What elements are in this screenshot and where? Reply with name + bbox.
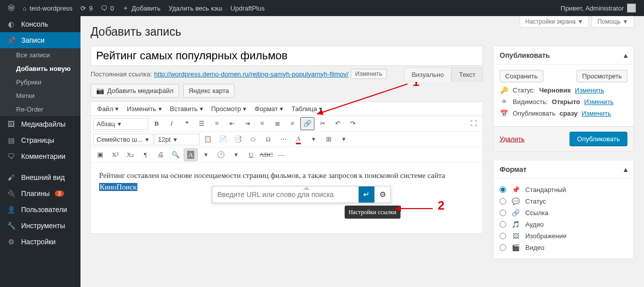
- sidebar-item-console[interactable]: ◐Консоль: [0, 16, 80, 32]
- comments[interactable]: 🗨0: [97, 0, 118, 16]
- text-color-button[interactable]: A: [291, 133, 305, 146]
- format-radio[interactable]: [500, 186, 506, 193]
- code-button[interactable]: ▣: [93, 148, 107, 161]
- bold-button[interactable]: B: [149, 117, 164, 130]
- more-button[interactable]: ⋯: [276, 133, 290, 146]
- screen-options-tab[interactable]: Настройки экрана ▼: [520, 16, 589, 28]
- blockquote-button[interactable]: ❝: [180, 117, 194, 130]
- table-dropdown[interactable]: ▾: [337, 133, 351, 146]
- format-audio[interactable]: 🎵Аудио: [500, 219, 627, 230]
- edit-visibility-link[interactable]: Изменить: [584, 98, 614, 106]
- special-char-button[interactable]: Ω: [261, 133, 275, 146]
- menu-edit[interactable]: Изменить▾: [123, 103, 166, 115]
- link-apply-button[interactable]: ↵: [358, 186, 374, 203]
- yandex-map-button[interactable]: Яндекс карта: [183, 84, 235, 98]
- wp-logo[interactable]: ⓦ: [4, 0, 19, 16]
- format-standard[interactable]: 📌Стандартный: [500, 184, 627, 196]
- sub-tags[interactable]: Метки: [0, 89, 80, 103]
- bg-color-button[interactable]: ▾: [306, 133, 320, 146]
- number-list-button[interactable]: ≡: [210, 117, 224, 130]
- updates[interactable]: ⟳9: [76, 0, 97, 16]
- paste-text-button[interactable]: 📄: [216, 133, 230, 146]
- format-image[interactable]: 🖼Изображение: [500, 230, 627, 242]
- add-media-button[interactable]: 📷Добавить медиафайл: [91, 84, 179, 98]
- sidebar-item-comments[interactable]: 🗨Комментарии: [0, 148, 80, 164]
- sidebar-item-media[interactable]: 🖼Медиафайлы: [0, 116, 80, 132]
- menu-view[interactable]: Просмотр▾: [207, 103, 251, 115]
- help-tab[interactable]: Помощь ▼: [592, 16, 634, 28]
- subscript-button[interactable]: X₂: [123, 148, 137, 161]
- fullscreen-button[interactable]: ⛶: [466, 117, 480, 130]
- sidebar-item-posts[interactable]: 📌Записи: [0, 32, 80, 48]
- edit-schedule-link[interactable]: Изменить: [582, 110, 611, 117]
- undo-button[interactable]: ↶: [331, 117, 345, 130]
- strike-button[interactable]: ABC: [259, 148, 273, 161]
- sub-add-new[interactable]: Добавить новую: [0, 62, 80, 75]
- sidebar-item-users[interactable]: 👤Пользователи: [0, 202, 80, 218]
- format-link[interactable]: 🔗Ссылка: [500, 207, 627, 219]
- superscript-button[interactable]: X²: [108, 148, 122, 161]
- sub-reorder[interactable]: Re-Order: [0, 103, 80, 116]
- format-heading[interactable]: Формат▴: [494, 160, 633, 179]
- bullet-list-button[interactable]: ☰: [195, 117, 209, 130]
- link-settings-button[interactable]: ⚙: [374, 186, 390, 203]
- paste-button[interactable]: 📋: [201, 133, 215, 146]
- highlight-button[interactable]: A: [184, 148, 198, 161]
- sidebar-item-tools[interactable]: 🔧Инструменты: [0, 218, 80, 234]
- format-radio[interactable]: [500, 233, 506, 239]
- format-radio[interactable]: [500, 244, 506, 251]
- sidebar-item-pages[interactable]: ▤Страницы: [0, 132, 80, 148]
- hr-button[interactable]: —: [274, 148, 288, 161]
- menu-table[interactable]: Таблица▾: [287, 103, 327, 115]
- table-button[interactable]: ⊞: [321, 133, 336, 146]
- sidebar-item-appearance[interactable]: 🖌Внешний вид: [0, 169, 80, 185]
- new-content[interactable]: ＋Добавить: [118, 0, 165, 16]
- save-draft-button[interactable]: Сохранить: [500, 70, 543, 82]
- format-radio[interactable]: [500, 221, 506, 228]
- paste-word-button[interactable]: 📑: [231, 133, 245, 146]
- pilcrow-button[interactable]: ¶: [138, 148, 152, 161]
- edit-slug-button[interactable]: Изменить: [351, 69, 387, 79]
- updraft[interactable]: UpdraftPlus: [226, 0, 269, 16]
- insert-link-button[interactable]: 🔗: [300, 117, 314, 130]
- font-size-select[interactable]: 12pt▾: [154, 134, 200, 145]
- clear-cache[interactable]: Удалить весь кэш: [165, 0, 226, 16]
- unlink-button[interactable]: ✂: [315, 117, 330, 130]
- align-right-button[interactable]: ≡: [285, 117, 299, 130]
- edit-status-link[interactable]: Изменить: [575, 86, 604, 94]
- format-radio[interactable]: [500, 210, 506, 216]
- permalink-url[interactable]: http://wordpress.demo-domen.ru/rejting-s…: [154, 70, 349, 78]
- sub-categories[interactable]: Рубрики: [0, 75, 80, 89]
- underline-button[interactable]: U: [244, 148, 258, 161]
- tab-text[interactable]: Текст: [451, 67, 483, 82]
- post-title-input[interactable]: [91, 46, 483, 66]
- font-family-select[interactable]: Семейство ш...▾: [93, 134, 153, 145]
- redo-button[interactable]: ↷: [346, 117, 360, 130]
- format-status[interactable]: 💬Статус: [500, 196, 627, 207]
- block-format-select[interactable]: Абзац▾: [93, 118, 148, 130]
- format-video[interactable]: 🎬Видео: [500, 242, 627, 253]
- menu-file[interactable]: Файл▾: [93, 103, 123, 115]
- site-name[interactable]: ⌂test-wordpress: [19, 0, 76, 16]
- outdent-button[interactable]: ⇤: [225, 117, 239, 130]
- my-account[interactable]: Привет, Administrator: [556, 0, 640, 16]
- italic-button[interactable]: I: [165, 117, 179, 130]
- datetime-dropdown[interactable]: ▾: [229, 148, 243, 161]
- search-replace-button[interactable]: 🔍: [169, 148, 183, 161]
- datetime-button[interactable]: 🕐: [214, 148, 228, 161]
- print-button[interactable]: 🖨: [153, 148, 168, 161]
- tab-visual[interactable]: Визуально: [404, 67, 451, 82]
- clear-format-button[interactable]: ◇: [246, 133, 260, 146]
- sidebar-item-settings[interactable]: ⚙Настройки: [0, 234, 80, 250]
- sub-all-posts[interactable]: Все записи: [0, 48, 80, 62]
- publish-button[interactable]: Опубликовать: [570, 132, 627, 146]
- align-center-button[interactable]: ≣: [270, 117, 284, 130]
- menu-format[interactable]: Формат▾: [251, 103, 287, 115]
- preview-button[interactable]: Просмотреть: [577, 70, 627, 82]
- highlight-dropdown[interactable]: ▾: [199, 148, 213, 161]
- sidebar-item-plugins[interactable]: 🔌Плагины3: [0, 185, 80, 202]
- editor-content[interactable]: Рейтинг составлен на основе посещаемости…: [91, 163, 482, 233]
- indent-button[interactable]: ⇥: [240, 117, 254, 130]
- publish-heading[interactable]: Опубликовать▴: [494, 46, 633, 65]
- align-left-button[interactable]: ≡: [255, 117, 269, 130]
